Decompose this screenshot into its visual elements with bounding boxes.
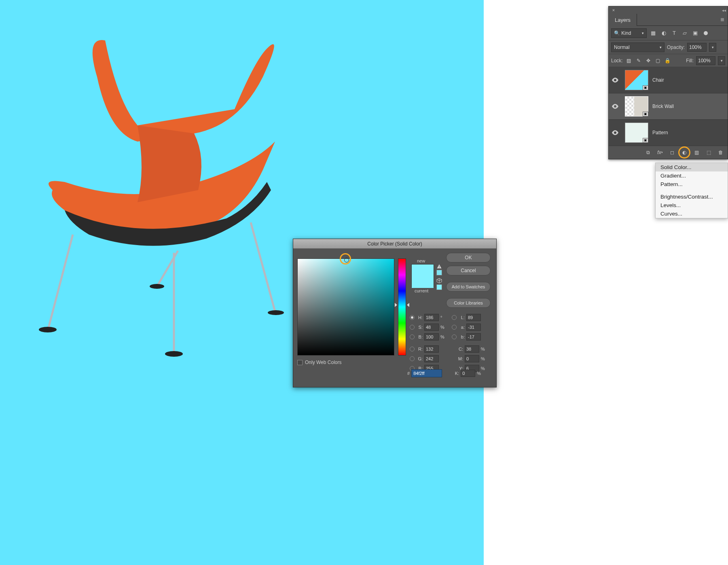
web-colors-checkbox[interactable] — [297, 360, 303, 365]
current-color-swatch[interactable] — [412, 276, 434, 288]
panel-titlebar[interactable]: × ◂◂ — [609, 6, 728, 14]
layer-name[interactable]: Pattern — [652, 130, 668, 135]
ok-button[interactable]: OK — [446, 253, 491, 262]
hex-input[interactable]: 84f2ff — [411, 369, 442, 377]
layer-style-icon[interactable]: fx▾ — [656, 148, 665, 157]
h-unit: ° — [440, 315, 445, 320]
b-label: B: — [416, 334, 423, 339]
layer-row[interactable]: ▣ Pattern — [609, 120, 728, 146]
menu-item-gradient[interactable]: Gradient... — [656, 171, 728, 180]
filter-smart-icon[interactable]: ▣ — [691, 29, 699, 37]
lock-transparency-icon[interactable]: ▨ — [625, 57, 633, 64]
radio-s[interactable] — [410, 325, 415, 330]
radio-b[interactable] — [410, 334, 415, 339]
layer-thumbnail[interactable]: ▣ — [625, 96, 648, 116]
lock-brush-icon[interactable]: ✎ — [635, 57, 642, 64]
color-libraries-button[interactable]: Color Libraries — [446, 298, 491, 308]
adjustment-layer-icon[interactable]: ◐ — [680, 148, 689, 157]
new-color-swatch[interactable] — [412, 265, 434, 276]
tab-layers[interactable]: Layers — [609, 14, 637, 26]
m-label: M: — [452, 356, 463, 361]
gamut-swatch[interactable] — [436, 270, 442, 275]
delete-layer-icon[interactable]: 🗑 — [716, 148, 725, 157]
b-unit: % — [440, 334, 445, 339]
m-input[interactable]: 0 — [465, 355, 479, 362]
pct-unit: % — [481, 347, 486, 351]
websafe-swatch[interactable] — [436, 284, 442, 290]
smart-object-badge: ▣ — [643, 138, 648, 143]
opacity-input[interactable]: 100% — [687, 43, 707, 52]
pct-unit: % — [481, 356, 486, 361]
lock-all-icon[interactable]: 🔒 — [664, 57, 671, 64]
radio-r[interactable] — [410, 347, 415, 351]
menu-item-levels[interactable]: Levels... — [656, 201, 728, 209]
visibility-icon[interactable] — [609, 130, 622, 135]
r-input[interactable]: 132 — [424, 345, 439, 353]
filter-adjustment-icon[interactable]: ◐ — [660, 29, 668, 37]
l-input[interactable]: 89 — [466, 314, 481, 321]
radio-l[interactable] — [452, 315, 457, 320]
chair-image — [24, 28, 299, 360]
filter-toggle-icon[interactable] — [702, 29, 710, 37]
fill-input[interactable]: 100% — [696, 56, 715, 65]
svg-point-1 — [39, 327, 57, 332]
hue-slider[interactable] — [398, 258, 406, 356]
filter-shape-icon[interactable]: ▱ — [681, 29, 689, 37]
color-field[interactable] — [297, 258, 394, 356]
radio-lab-b[interactable] — [452, 334, 457, 339]
visibility-icon[interactable] — [609, 78, 622, 83]
h-input[interactable]: 186 — [424, 314, 439, 321]
layer-thumbnail[interactable]: ▣ — [625, 123, 648, 143]
add-swatches-button[interactable]: Add to Swatches — [446, 282, 491, 292]
opacity-dropdown-icon[interactable]: ▾ — [709, 43, 716, 52]
kind-label: Kind — [621, 30, 631, 36]
filter-kind-dropdown[interactable]: 🔍 Kind▾ — [611, 28, 647, 38]
c-input[interactable]: 38 — [465, 345, 479, 353]
swatch-compare — [411, 264, 434, 288]
close-icon[interactable]: × — [610, 7, 617, 13]
lock-artboard-icon[interactable]: ▢ — [654, 57, 662, 64]
menu-item-solid-color[interactable]: Solid Color... — [656, 163, 728, 171]
layer-thumbnail[interactable]: ▣ — [625, 70, 648, 90]
radio-a[interactable] — [452, 325, 457, 330]
b-hsb-input[interactable]: 100 — [424, 333, 439, 341]
layer-row[interactable]: ▣ Brick Wall — [609, 93, 728, 120]
new-layer-icon[interactable]: ⬚ — [704, 148, 713, 157]
dialog-title[interactable]: Color Picker (Solid Color) — [293, 239, 496, 249]
gamut-warning-icon[interactable]: ! — [436, 264, 442, 269]
color-cursor-highlight — [340, 253, 351, 265]
collapse-icon[interactable]: ◂◂ — [722, 8, 726, 13]
layer-mask-icon[interactable]: ◻ — [668, 148, 677, 157]
lock-position-icon[interactable]: ✥ — [645, 57, 652, 64]
websafe-warning-icon[interactable] — [436, 278, 442, 284]
layer-name[interactable]: Brick Wall — [652, 104, 674, 109]
cancel-button[interactable]: Cancel — [446, 266, 491, 275]
radio-h[interactable] — [410, 315, 415, 320]
g-input[interactable]: 242 — [424, 355, 439, 362]
h-label: H: — [416, 315, 423, 320]
filter-type-icon[interactable]: T — [670, 29, 678, 37]
panel-menu-icon[interactable]: ≡ — [717, 14, 728, 25]
blend-value: Normal — [614, 44, 630, 50]
color-cursor[interactable] — [344, 258, 349, 262]
blend-mode-dropdown[interactable]: Normal▾ — [611, 42, 665, 52]
opacity-label: Opacity: — [667, 44, 685, 50]
s-input[interactable]: 48 — [424, 324, 439, 331]
layer-group-icon[interactable]: ▥ — [692, 148, 701, 157]
a-input[interactable]: -31 — [466, 324, 481, 331]
k-input[interactable]: 0 — [461, 370, 475, 377]
menu-item-brightness[interactable]: Brightness/Contrast... — [656, 193, 728, 201]
filter-pixel-icon[interactable]: ▦ — [649, 29, 657, 37]
hue-handle-right-icon[interactable] — [407, 303, 409, 307]
lab-b-input[interactable]: -17 — [466, 333, 481, 341]
menu-item-pattern[interactable]: Pattern... — [656, 180, 728, 188]
fill-dropdown-icon[interactable]: ▾ — [718, 56, 725, 65]
visibility-icon[interactable] — [609, 104, 622, 109]
radio-g[interactable] — [410, 356, 415, 361]
hue-handle-left-icon[interactable] — [395, 303, 397, 307]
layer-row[interactable]: ▣ Chair — [609, 67, 728, 93]
menu-item-curves[interactable]: Curves... — [656, 209, 728, 218]
layer-name[interactable]: Chair — [652, 77, 664, 83]
svg-line-0 — [49, 235, 73, 328]
link-layers-icon[interactable]: ⧉ — [643, 148, 652, 157]
